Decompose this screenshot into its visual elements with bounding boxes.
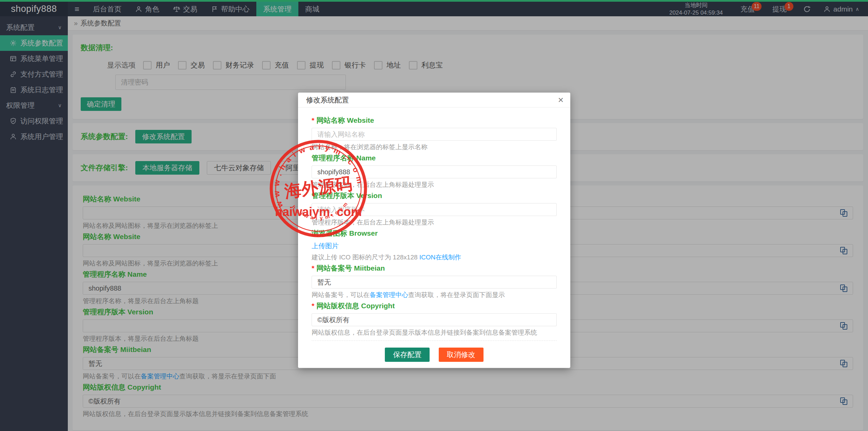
- admin-app: shopify888 ≡ 后台首页 角色 交易 帮助中心 系统管理: [0, 0, 868, 431]
- modal-body: *网站名称 Website 网站名称，将在浏览器的标签上显示名称 管理程序名称 …: [298, 107, 570, 336]
- field-helper: 管理程序名称，在后台左上角标题处理显示: [312, 180, 557, 189]
- required-mark: *: [312, 264, 314, 272]
- save-config-button[interactable]: 保存配置: [385, 348, 430, 362]
- upload-image-link[interactable]: 上传图片: [312, 241, 339, 251]
- field-helper: 网站版权信息，在后台登录页面显示版本信息并链接到备案到信息备案管理系统: [312, 328, 557, 336]
- modal-header: 修改系统配置 ×: [298, 93, 570, 107]
- modal-field-website: *网站名称 Website 网站名称，将在浏览器的标签上显示名称: [312, 116, 557, 151]
- close-icon[interactable]: ×: [558, 95, 564, 105]
- modal-copyright-input[interactable]: [312, 313, 557, 326]
- beian-center-link[interactable]: 备案管理中心: [370, 291, 408, 298]
- field-helper: 建议上传 ICO 图标的尺寸为 128x128 ICON在线制作: [312, 253, 557, 261]
- icon-maker-link[interactable]: ICON在线制作: [419, 254, 461, 261]
- modal-footer: 保存配置 取消修改: [312, 340, 557, 368]
- required-mark: *: [312, 302, 314, 310]
- modal-field-browser-icon: 浏览器图标 Browser 上传图片 建议上传 ICO 图标的尺寸为 128x1…: [312, 229, 557, 261]
- modal-website-input[interactable]: [312, 128, 557, 141]
- modal-field-copyright: *网站版权信息 Copyright 网站版权信息，在后台登录页面显示版本信息并链…: [312, 301, 557, 336]
- modal-field-app-version: 管理程序版本 Version 管理程序版本，在后台左上角标题处理显示: [312, 191, 557, 226]
- cancel-edit-button[interactable]: 取消修改: [439, 348, 484, 362]
- required-mark: *: [312, 116, 314, 124]
- field-helper: 管理程序版本，在后台左上角标题处理显示: [312, 218, 557, 226]
- modal-field-app-name: 管理程序名称 Name 管理程序名称，在后台左上角标题处理显示: [312, 153, 557, 189]
- modal-app-version-input[interactable]: [312, 203, 557, 216]
- modal-app-name-input[interactable]: [312, 165, 557, 178]
- modal-title: 修改系统配置: [306, 95, 349, 105]
- edit-config-modal: 修改系统配置 × *网站名称 Website 网站名称，将在浏览器的标签上显示名…: [298, 93, 570, 368]
- modal-miitbeian-input[interactable]: [312, 276, 557, 289]
- field-helper: 网站备案号，可以在备案管理中心查询获取，将在登录页面下面显示: [312, 291, 557, 299]
- field-helper: 网站名称，将在浏览器的标签上显示名称: [312, 143, 557, 151]
- modal-field-miitbeian: *网站备案号 Miitbeian 网站备案号，可以在备案管理中心查询获取，将在登…: [312, 263, 557, 299]
